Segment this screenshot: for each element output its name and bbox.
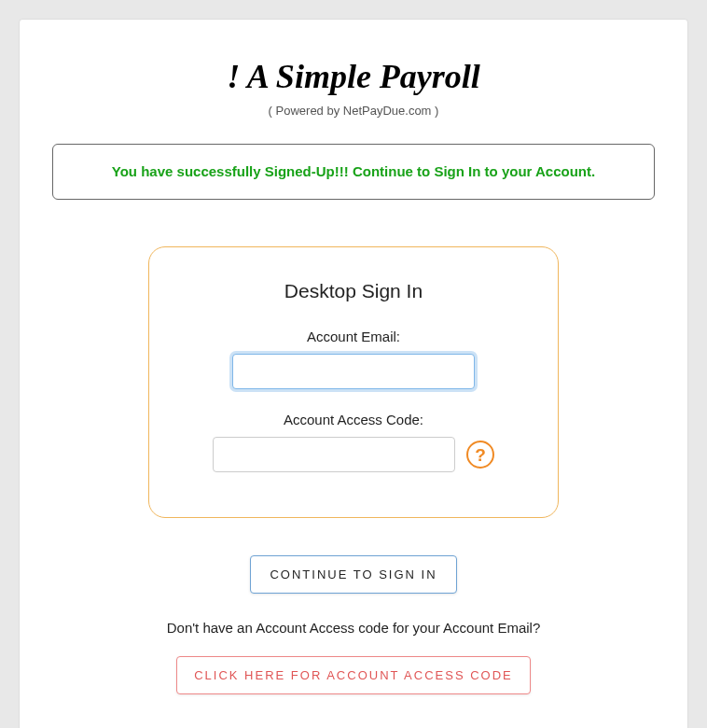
success-banner: You have successfully Signed-Up!!! Conti… xyxy=(52,144,655,200)
brand-title: ! A Simple Payroll xyxy=(52,57,655,96)
help-icon[interactable]: ? xyxy=(466,441,494,469)
code-label: Account Access Code: xyxy=(177,412,530,427)
brand-subtitle: ( Powered by NetPayDue.com ) xyxy=(52,104,655,118)
continue-signin-button[interactable]: CONTINUE TO SIGN IN xyxy=(250,555,456,594)
question-mark-icon: ? xyxy=(475,446,486,464)
success-message: You have successfully Signed-Up!!! Conti… xyxy=(112,163,595,179)
actions-area: CONTINUE TO SIGN IN Don't have an Accoun… xyxy=(52,555,655,694)
main-card: ! A Simple Payroll ( Powered by NetPayDu… xyxy=(19,19,688,728)
email-label: Account Email: xyxy=(177,329,530,344)
panel-title: Desktop Sign In xyxy=(177,280,530,302)
get-access-code-button[interactable]: CLICK HERE FOR ACCOUNT ACCESS CODE xyxy=(176,656,531,694)
code-row: ? xyxy=(177,437,530,472)
helper-text: Don't have an Account Access code for yo… xyxy=(52,620,655,636)
signin-panel: Desktop Sign In Account Email: Account A… xyxy=(148,246,559,518)
access-code-input[interactable] xyxy=(213,437,455,472)
email-row xyxy=(177,354,530,389)
email-input[interactable] xyxy=(232,354,475,389)
